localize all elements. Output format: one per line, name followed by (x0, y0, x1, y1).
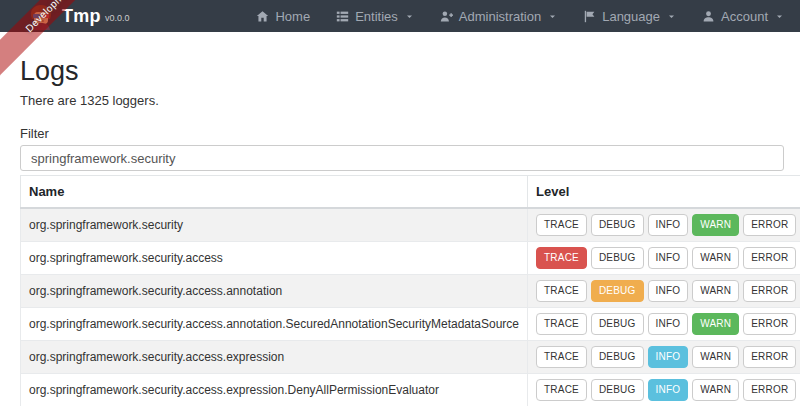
caret-down-icon (548, 12, 557, 21)
jhipster-logo-icon (28, 4, 54, 30)
nav-item-label: Administration (459, 9, 541, 24)
flag-icon (583, 10, 596, 23)
nav-item-language[interactable]: Language (570, 9, 689, 24)
level-button-debug[interactable]: DEBUG (591, 280, 644, 302)
logger-row: org.springframework.security.accessTRACE… (21, 242, 800, 275)
table-header-row: Name Level (21, 176, 800, 209)
column-header-level: Level (528, 176, 800, 209)
logger-name: org.springframework.security.access.anno… (21, 308, 528, 341)
logger-count-text: There are 1325 loggers. (20, 93, 784, 108)
level-button-debug[interactable]: DEBUG (591, 247, 644, 269)
logs-page: Logs There are 1325 loggers. Filter Name… (0, 56, 800, 406)
level-button-trace[interactable]: TRACE (536, 313, 587, 335)
level-button-info[interactable]: INFO (648, 247, 689, 269)
logger-row: org.springframework.security.access.expr… (21, 341, 800, 374)
logger-level-buttons: TRACEDEBUGINFOWARNERROR (528, 208, 800, 242)
level-button-debug[interactable]: DEBUG (591, 379, 644, 401)
level-button-trace[interactable]: TRACE (536, 214, 587, 236)
level-button-error[interactable]: ERROR (743, 346, 796, 368)
logger-name: org.springframework.security.access (21, 242, 528, 275)
level-button-warn[interactable]: WARN (692, 247, 739, 269)
nav-item-label: Account (721, 9, 768, 24)
nav-item-administration[interactable]: Administration (427, 9, 570, 24)
level-button-error[interactable]: ERROR (743, 313, 796, 335)
level-button-info[interactable]: INFO (648, 280, 689, 302)
level-button-warn[interactable]: WARN (692, 280, 739, 302)
nav-menu: HomeEntitiesAdministrationLanguageAccoun… (243, 9, 786, 24)
logger-level-buttons: TRACEDEBUGINFOWARNERROR (528, 374, 800, 406)
user-icon (702, 10, 715, 23)
logger-level-buttons: TRACEDEBUGINFOWARNERROR (528, 242, 800, 275)
loggers-table: Name Level org.springframework.securityT… (20, 175, 800, 406)
caret-down-icon (775, 12, 784, 21)
logger-name: org.springframework.security.access.expr… (21, 341, 528, 374)
logger-row: org.springframework.security.access.expr… (21, 374, 800, 406)
level-button-trace[interactable]: TRACE (536, 379, 587, 401)
logger-level-buttons: TRACEDEBUGINFOWARNERROR (528, 341, 800, 374)
level-button-trace[interactable]: TRACE (536, 280, 587, 302)
level-button-warn[interactable]: WARN (692, 379, 739, 401)
level-button-info[interactable]: INFO (648, 346, 689, 368)
column-header-name: Name (21, 176, 528, 209)
list-icon (336, 10, 349, 23)
app-name: Tmp (62, 6, 101, 27)
navbar: Tmp v0.0.0 HomeEntitiesAdministrationLan… (0, 0, 800, 32)
level-button-trace[interactable]: TRACE (536, 346, 587, 368)
caret-down-icon (405, 12, 414, 21)
logger-row: org.springframework.securityTRACEDEBUGIN… (21, 208, 800, 242)
caret-down-icon (667, 12, 676, 21)
home-icon (256, 10, 269, 23)
app-version: v0.0.0 (105, 13, 130, 23)
level-button-error[interactable]: ERROR (743, 247, 796, 269)
level-button-info[interactable]: INFO (648, 214, 689, 236)
level-button-debug[interactable]: DEBUG (591, 214, 644, 236)
level-button-error[interactable]: ERROR (743, 379, 796, 401)
level-button-error[interactable]: ERROR (743, 214, 796, 236)
level-button-warn[interactable]: WARN (692, 313, 739, 335)
level-button-debug[interactable]: DEBUG (591, 346, 644, 368)
logger-level-buttons: TRACEDEBUGINFOWARNERROR (528, 275, 800, 308)
logger-name: org.springframework.security.access.expr… (21, 374, 528, 406)
nav-item-entities[interactable]: Entities (323, 9, 427, 24)
logger-name: org.springframework.security (21, 208, 528, 242)
level-button-trace[interactable]: TRACE (536, 247, 587, 269)
level-button-info[interactable]: INFO (648, 313, 689, 335)
level-button-info[interactable]: INFO (648, 379, 689, 401)
nav-item-label: Home (275, 9, 310, 24)
filter-input[interactable] (20, 145, 784, 171)
level-button-warn[interactable]: WARN (692, 214, 739, 236)
nav-item-label: Language (602, 9, 660, 24)
nav-item-home[interactable]: Home (243, 9, 323, 24)
level-button-warn[interactable]: WARN (692, 346, 739, 368)
nav-item-label: Entities (355, 9, 398, 24)
level-button-debug[interactable]: DEBUG (591, 313, 644, 335)
filter-label: Filter (20, 126, 784, 141)
logger-row: org.springframework.security.access.anno… (21, 275, 800, 308)
logger-name: org.springframework.security.access.anno… (21, 275, 528, 308)
brand[interactable]: Tmp v0.0.0 (28, 2, 129, 30)
nav-item-account[interactable]: Account (689, 9, 786, 24)
level-button-error[interactable]: ERROR (743, 280, 796, 302)
logger-row: org.springframework.security.access.anno… (21, 308, 800, 341)
page-title: Logs (20, 56, 784, 87)
logger-level-buttons: TRACEDEBUGINFOWARNERROR (528, 308, 800, 341)
user-plus-icon (440, 10, 453, 23)
